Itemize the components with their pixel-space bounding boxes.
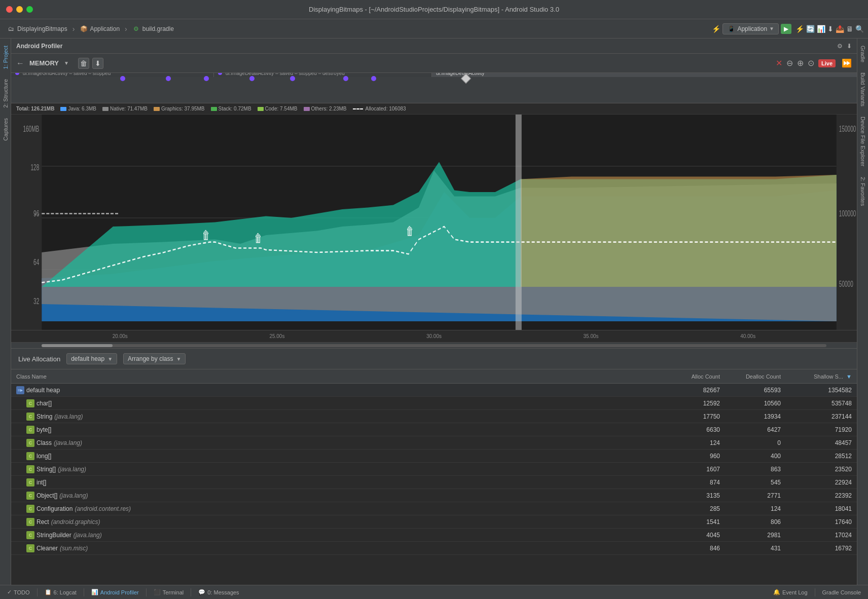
toolbar-icon-3[interactable]: 📊 [817,25,825,33]
cell-dealloc-count: 0 [725,439,786,446]
live-end-button[interactable]: ⏩ [842,58,852,68]
scrollbar-track[interactable] [42,344,826,347]
table-row[interactable]: Cint[]87454522924 [11,476,857,489]
live-allocation-label: Live Allocation [18,355,60,363]
table-row[interactable]: CString (java.lang)1775013934237144 [11,410,857,423]
table-header: Class Name Alloc Count Dealloc Count Sha… [11,369,857,384]
table-row[interactable]: Cchar[]1259210560535748 [11,397,857,410]
zoom-in-button[interactable]: ⊕ [797,58,804,68]
table-row[interactable]: CObject[] (java.lang)3135277122392 [11,489,857,502]
download-icon[interactable]: ⬇ [847,43,852,50]
terminal-item[interactable]: ⬛ Terminal [151,589,187,595]
sidebar-tab-project[interactable]: 1: Project [1,41,10,74]
graphics-legend: Graphics: 37.95MB [154,106,205,111]
chart-scrollbar[interactable] [11,342,857,348]
table-row[interactable]: ≡▸default heap82667655931354582 [11,384,857,397]
maximize-button[interactable] [26,6,33,13]
app-dropdown[interactable]: 📱 Application ▼ [722,23,779,34]
table-row[interactable]: Cbyte[]6630642771920 [11,423,857,436]
cell-shallow-size: 48457 [786,439,857,446]
right-sidebar: Gradle Build Variants Device File Explor… [857,39,868,585]
table-row[interactable]: Clong[]96040028512 [11,450,857,463]
gc-button[interactable]: 🗑 [78,58,89,69]
event-dot-6 [343,76,348,81]
project-item[interactable]: 🗂 DisplayingBitmaps [4,24,70,34]
right-tab-favorites[interactable]: 2: Favorites [858,172,867,211]
right-tab-build-variants[interactable]: Build Variants [858,67,867,111]
table-row[interactable]: CStringBuilder (java.lang)4045298117024 [11,529,857,542]
settings-icon[interactable]: ⚙ [837,43,843,50]
cell-class-name: CConfiguration (android.content.res) [11,505,664,513]
class-package-text: (java.lang) [59,492,88,499]
class-icon: C [26,544,34,552]
col-shallow-size[interactable]: Shallow S... ▼ [786,373,857,380]
messages-item[interactable]: 💬 0: Messages [195,589,242,595]
arrange-dropdown-label: Arrange by class [128,355,173,362]
cell-dealloc-count: 863 [725,466,786,473]
arrange-dropdown[interactable]: Arrange by class ▼ [123,353,186,364]
session-tab-3[interactable]: ui.ImageDetailActivity [432,73,857,77]
gradle-console-item[interactable]: Gradle Console [819,589,864,595]
toolbar-icon-6[interactable]: 🖥 [846,25,853,33]
toolbar-icon-1[interactable]: ⚡ [795,25,804,33]
col-class-name[interactable]: Class Name [11,373,664,380]
x-tick-1: 20.00s [42,333,199,339]
fit-button[interactable]: ⊙ [808,58,814,68]
toolbar-icon-debug[interactable]: ⚡ [712,25,720,33]
class-package-text: (java.lang) [58,466,86,473]
back-button[interactable]: ← [16,59,24,68]
android-profiler-header: Android Profiler ⚙ ⬇ [11,39,857,54]
scrollbar-thumb[interactable] [42,344,113,347]
right-tab-gradle[interactable]: Gradle [858,41,867,67]
col-dealloc-count[interactable]: Dealloc Count [725,373,786,380]
gradle-item[interactable]: ⚙ build.gradle [129,24,177,34]
session-tab-2[interactable]: ui.ImageDetailActivity – saved – stopped… [214,73,432,77]
table-row[interactable]: CRect (android.graphics)154180617640 [11,515,857,529]
run-button[interactable]: ▶ [781,24,791,34]
application-item[interactable]: 📦 Application [77,24,123,34]
table-row[interactable]: CString[] (java.lang)160786323520 [11,463,857,476]
table-row[interactable]: CCleaner (sun.misc)84643116792 [11,542,857,555]
sidebar-tab-structure[interactable]: 2: Structure [1,74,10,113]
logcat-item[interactable]: 📋 6: Logcat [42,589,80,595]
toolbar-icon-2[interactable]: 🔄 [806,25,815,33]
todo-item[interactable]: ✓ TODO [4,589,33,595]
table-row[interactable]: CClass (java.lang)124048457 [11,436,857,450]
table-body: ≡▸default heap82667655931354582Cchar[]12… [11,384,857,555]
class-name-text: byte[] [37,426,51,433]
dump-button[interactable]: ⬇ [92,58,103,69]
col-alloc-count[interactable]: Alloc Count [664,373,725,380]
close-button[interactable] [6,6,13,13]
cell-class-name: CRect (android.graphics) [11,518,664,526]
memory-info-bar: Total: 126.21MB Java: 6.3MB Native: 71.4… [11,103,857,115]
table-row[interactable]: CConfiguration (android.content.res)2851… [11,502,857,515]
native-swatch [102,107,108,111]
cell-class-name: CStringBuilder (java.lang) [11,531,664,539]
memory-chart-svg: 🗑 🗑 🗑 160MB 128 96 64 32 150000 100000 5… [11,115,857,330]
allocated-swatch [353,108,363,109]
profiler-status-item[interactable]: 📊 Android Profiler [88,589,142,595]
window-controls[interactable] [6,6,33,13]
toolbar-icon-4[interactable]: ⬇ [827,25,834,33]
cell-dealloc-count: 545 [725,479,786,486]
cell-dealloc-count: 13934 [725,413,786,420]
minimize-button[interactable] [16,6,23,13]
memory-dropdown-arrow[interactable]: ▼ [64,60,69,66]
class-package-text: (android.graphics) [51,518,100,526]
close-profiler-button[interactable]: ✕ [776,58,782,68]
right-tab-device-explorer[interactable]: Device File Explorer [858,111,867,171]
heap-dropdown[interactable]: default heap ▼ [66,353,117,364]
gradle-console-label: Gradle Console [822,589,861,595]
session-tab-1[interactable]: ui.ImageGridActivity – saved – stopped [11,73,214,77]
native-label: Native: 71.47MB [110,106,148,111]
class-package-text: (android.content.res) [75,505,131,512]
cell-alloc-count: 17750 [664,413,725,420]
event-log-item[interactable]: 🔔 Event Log [770,589,811,595]
cell-dealloc-count: 431 [725,545,786,552]
toolbar-icon-7[interactable]: 🔍 [855,25,864,33]
cell-shallow-size: 22924 [786,479,857,486]
logcat-label: 6: Logcat [54,589,77,595]
sidebar-tab-captures[interactable]: Captures [1,113,10,146]
toolbar-icon-5[interactable]: 📤 [836,25,844,33]
zoom-out-button[interactable]: ⊖ [786,58,793,68]
